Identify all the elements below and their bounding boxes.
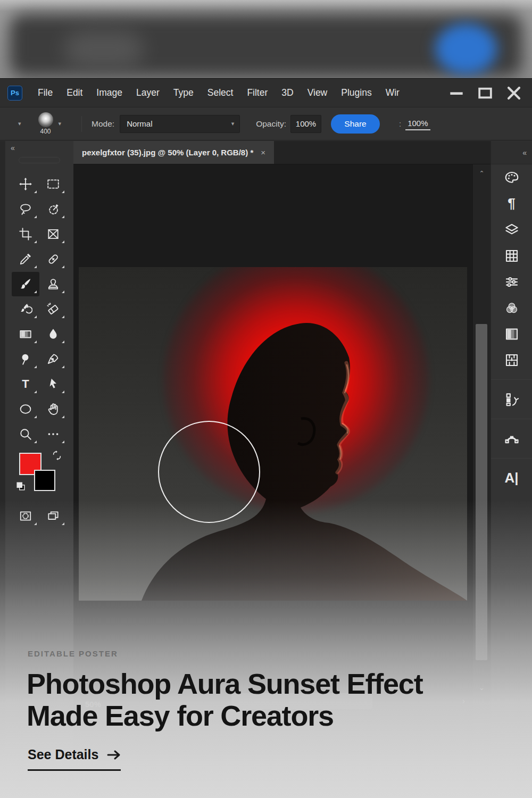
screen-mode-tool[interactable] <box>39 504 67 528</box>
collapse-panels-icon[interactable]: « <box>491 141 532 164</box>
tool-flyout-indicator <box>34 190 37 193</box>
dodge-tool[interactable] <box>12 347 39 371</box>
screenshot-stage: Ps FileEditImageLayerTypeSelectFilter3DV… <box>0 0 532 798</box>
tool-flyout-indicator <box>34 440 37 443</box>
mode-label: Mode: <box>92 119 114 129</box>
quick-select-tool[interactable] <box>39 197 67 221</box>
tool-flyout-indicator <box>34 315 37 318</box>
adjustments-panel-icon[interactable] <box>491 269 532 295</box>
document-tab-title: pexelgfxtor (35).jpg @ 50% (Layer 0, RGB… <box>82 148 253 157</box>
scroll-up-icon[interactable]: ⌃ <box>473 170 491 177</box>
menu-file[interactable]: File <box>31 84 60 102</box>
eraser-tool[interactable] <box>39 297 67 321</box>
channels-panel-icon[interactable] <box>491 295 532 321</box>
stamp-tool[interactable] <box>39 272 67 296</box>
background-color-swatch[interactable] <box>34 470 55 491</box>
brush-preset-picker[interactable]: 400 <box>35 112 56 135</box>
panel-group-divider <box>491 458 532 459</box>
frame-tool[interactable] <box>39 222 67 246</box>
paragraph-panel-icon[interactable]: ¶ <box>491 190 532 217</box>
move-tool[interactable] <box>12 172 39 196</box>
minimize-button[interactable] <box>446 84 467 102</box>
promo-headline-line2: Made Easy for Creators <box>27 700 334 732</box>
photoshop-logo: Ps <box>7 86 22 101</box>
mode-value: Normal <box>127 119 152 128</box>
menu-wir[interactable]: Wir <box>379 84 406 102</box>
healing-tool[interactable] <box>39 247 67 271</box>
promo-headline-line1: Photoshop Aura Sunset Effect <box>27 668 422 700</box>
marquee-tool[interactable] <box>39 172 67 196</box>
brush-tip-preview <box>38 112 53 127</box>
pen-tool[interactable] <box>39 347 67 371</box>
separator-colon: : <box>399 119 401 128</box>
panel-group-divider <box>491 419 532 419</box>
menu-edit[interactable]: Edit <box>60 84 89 102</box>
paths-panel-icon[interactable] <box>491 426 532 452</box>
tool-flyout-indicator <box>62 290 64 293</box>
share-button[interactable]: Share <box>331 114 380 134</box>
crop-tool[interactable] <box>12 222 39 246</box>
chevron-down-icon[interactable]: ▾ <box>59 120 62 127</box>
zoom-percent-input[interactable]: 100% <box>405 118 430 130</box>
menu-layer[interactable]: Layer <box>129 84 167 102</box>
default-colors-icon[interactable] <box>15 480 27 492</box>
path-select-tool[interactable] <box>39 372 67 396</box>
tool-flyout-indicator <box>62 215 64 218</box>
tool-flyout-indicator <box>34 390 37 393</box>
character-panel-icon[interactable]: A| <box>491 465 532 491</box>
window-controls <box>446 79 525 107</box>
opacity-value: 100% <box>296 119 316 128</box>
tab-close-icon[interactable]: × <box>261 148 265 157</box>
mode-select[interactable]: Normal ▾ <box>120 115 240 133</box>
menu-items: FileEditImageLayerTypeSelectFilter3DView… <box>31 84 406 102</box>
tool-flyout-indicator <box>62 265 64 268</box>
tools-panel-grip[interactable] <box>19 157 60 163</box>
menu-type[interactable]: Type <box>167 84 201 102</box>
options-bar: ▾ 400 ▾ Mode: Normal ▾ Opacity: 100% Sha… <box>0 107 532 140</box>
color-palette-panel-icon[interactable] <box>491 164 532 190</box>
see-details-link[interactable]: See Details <box>28 747 121 771</box>
quick-mask-tool[interactable] <box>12 504 39 528</box>
swap-colors-icon[interactable] <box>51 450 63 461</box>
tool-flyout-indicator <box>62 415 64 418</box>
more-tool[interactable] <box>39 422 67 446</box>
tool-flyout-indicator <box>34 290 37 293</box>
menu-filter[interactable]: Filter <box>240 84 275 102</box>
eyedropper-tool[interactable] <box>12 247 39 271</box>
lasso-tool[interactable] <box>12 197 39 221</box>
layers-panel-icon[interactable] <box>491 217 532 243</box>
history-panel-icon[interactable] <box>491 386 532 412</box>
zoom-percent-value: 100% <box>408 119 428 128</box>
ellipse-tool[interactable] <box>12 397 39 421</box>
blur-tool[interactable] <box>39 322 67 346</box>
chevron-down-icon[interactable]: ▾ <box>18 120 21 127</box>
maximize-button[interactable] <box>475 84 496 102</box>
gradient-tool[interactable] <box>12 322 39 346</box>
close-button[interactable] <box>503 84 525 102</box>
gradient-square-panel-icon[interactable] <box>491 321 532 347</box>
canvas-image[interactable] <box>79 267 467 601</box>
tool-flyout-indicator <box>34 365 37 368</box>
tool-flyout-indicator <box>62 522 64 525</box>
opacity-input[interactable]: 100% <box>290 115 321 133</box>
brush-tool[interactable] <box>12 272 39 296</box>
brush-cursor-circle <box>158 421 260 523</box>
window-left-edge <box>0 141 5 798</box>
pattern-panel-icon[interactable] <box>491 347 532 373</box>
history-brush-tool[interactable] <box>12 297 39 321</box>
promo-eyebrow: EDITABLE POSTER <box>28 649 118 658</box>
menu-select[interactable]: Select <box>201 84 240 102</box>
menu-view[interactable]: View <box>301 84 335 102</box>
menu-image[interactable]: Image <box>89 84 129 102</box>
swatches-panel-icon[interactable] <box>491 243 532 269</box>
type-tool[interactable]: T <box>12 372 39 396</box>
menu-plugins[interactable]: Plugins <box>334 84 378 102</box>
tool-flyout-indicator <box>62 315 64 318</box>
menu-3d[interactable]: 3D <box>275 84 300 102</box>
zoom-tool[interactable] <box>12 422 39 446</box>
collapse-tools-icon[interactable]: « <box>5 141 73 155</box>
vertical-scrollbar-thumb[interactable] <box>476 324 487 660</box>
document-tab[interactable]: pexelgfxtor (35).jpg @ 50% (Layer 0, RGB… <box>73 141 274 164</box>
hand-tool[interactable] <box>39 397 67 421</box>
panel-icons: ¶A| <box>491 164 532 491</box>
